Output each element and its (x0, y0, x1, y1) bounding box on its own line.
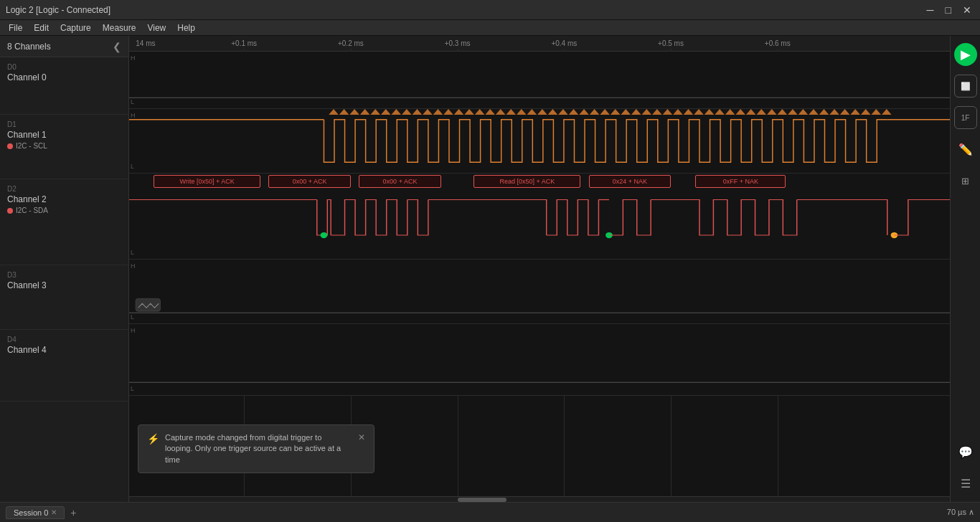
annotation-0x00-ack-1: 0x00 + ACK (268, 175, 350, 188)
svg-marker-32 (652, 109, 662, 115)
svg-marker-26 (590, 109, 600, 115)
session-tab-0[interactable]: Session 0 ✕ (6, 506, 65, 519)
collapse-sidebar-icon[interactable]: ❮ (113, 41, 121, 52)
svg-marker-6 (381, 109, 391, 115)
toast-icon: ⚡ (147, 433, 159, 445)
sidebar-header: 8 Channels ❮ (0, 36, 128, 57)
svg-marker-12 (443, 109, 453, 115)
svg-rect-59 (136, 298, 160, 311)
chat-button[interactable]: 💬 (954, 440, 977, 463)
channel-sidebar: 8 Channels ❮ D0 Channel 0 D1 Channel 1 I… (0, 36, 129, 502)
svg-marker-20 (527, 109, 537, 115)
waveform-row-d2: Write [0x50] + ACK 0x00 + ACK 0x00 + ACK… (129, 174, 950, 260)
channel-id-d3: D3 (7, 271, 121, 279)
channel-name-d0: Channel 0 (7, 72, 121, 82)
toast-text: Capture mode changed from digital trigge… (165, 432, 347, 465)
svg-marker-38 (715, 109, 725, 115)
menu-capture[interactable]: Capture (55, 22, 97, 34)
svg-marker-41 (746, 109, 756, 115)
app-title: Logic 2 [Logic - Connected] (6, 5, 110, 15)
svg-marker-46 (798, 109, 809, 115)
svg-marker-2 (339, 109, 349, 115)
svg-marker-49 (829, 109, 839, 115)
svg-marker-5 (370, 109, 380, 115)
svg-marker-36 (694, 109, 704, 115)
svg-marker-37 (705, 109, 715, 115)
channel-label-d2: D2 Channel 2 I2C - SDA (0, 179, 128, 220)
waveform-area[interactable]: 14 ms +0.1 ms +0.2 ms +0.3 ms +0.4 ms +0… (129, 36, 950, 502)
waveform-row-d3: H L (129, 260, 950, 324)
svg-marker-42 (756, 109, 766, 115)
channel-label-d0: D0 Channel 0 (0, 57, 128, 88)
add-session-tab-button[interactable]: + (67, 507, 79, 518)
svg-marker-19 (517, 109, 527, 115)
toast-close-button[interactable]: ✕ (358, 432, 365, 442)
time-mark-1: +0.1 ms (231, 39, 257, 47)
timeline-ruler: 14 ms +0.1 ms +0.2 ms +0.3 ms +0.4 ms +0… (129, 36, 950, 52)
svg-marker-45 (788, 109, 798, 115)
zoom-indicator[interactable]: 70 µs ∧ (947, 508, 974, 517)
channel-name-d1: Channel 1 (7, 130, 121, 140)
trigger-value-button[interactable]: 1F (954, 106, 977, 129)
menu-help[interactable]: Help (171, 22, 201, 34)
menu-file[interactable]: File (3, 22, 28, 34)
annotation-read-50: Read [0x50] + ACK (473, 175, 580, 188)
maximize-button[interactable]: □ (943, 4, 954, 16)
annotate-button[interactable]: ✏️ (954, 138, 977, 161)
svg-marker-27 (600, 109, 610, 115)
h-label-bot-d1: L (129, 163, 134, 170)
svg-marker-33 (663, 109, 673, 115)
annotation-0xff-nak: 0xFF + NAK (695, 175, 786, 188)
svg-marker-16 (485, 109, 495, 115)
menu-button[interactable]: ☰ (954, 472, 977, 495)
toast-notification: ⚡ Capture mode changed from digital trig… (138, 424, 374, 473)
time-mark-2: +0.2 ms (338, 39, 364, 47)
svg-marker-47 (809, 109, 819, 115)
channel-group-d2: D2 Channel 2 I2C - SDA (0, 179, 128, 265)
minimize-button[interactable]: ─ (924, 4, 937, 16)
i2c-scl-label: I2C - SCL (16, 142, 47, 150)
menu-view[interactable]: View (141, 22, 171, 34)
channel-id-d0: D0 (7, 63, 121, 71)
svg-marker-54 (882, 109, 892, 115)
channel-label-d4: D4 Channel 4 (0, 330, 128, 361)
channel-group-d0: D0 Channel 0 (0, 57, 128, 115)
svg-marker-24 (569, 109, 579, 115)
svg-marker-18 (506, 109, 516, 115)
horizontal-scrollbar[interactable] (129, 496, 950, 502)
grid-button[interactable]: ⊞ (954, 169, 977, 192)
time-mark-6: +0.6 ms (765, 39, 791, 47)
svg-marker-3 (349, 109, 359, 115)
trigger-button[interactable]: ⬜ (954, 75, 977, 98)
svg-marker-15 (475, 109, 485, 115)
channel-group-d1: D1 Channel 1 I2C - SCL (0, 115, 128, 179)
waveform-row-d0: H L (129, 52, 950, 109)
session-tab-close[interactable]: ✕ (51, 508, 57, 516)
scrollbar-thumb[interactable] (458, 498, 507, 502)
menu-edit[interactable]: Edit (28, 22, 55, 34)
session-tabs: Session 0 ✕ + (6, 506, 80, 519)
svg-marker-50 (840, 109, 850, 115)
svg-marker-10 (423, 109, 433, 115)
svg-marker-53 (871, 109, 881, 115)
close-button[interactable]: ✕ (960, 4, 974, 16)
svg-marker-21 (537, 109, 547, 115)
channel-group-d4: D4 Channel 4 (0, 330, 128, 402)
time-mark-5: +0.5 ms (658, 39, 684, 47)
h-label-bot-d0: L (129, 98, 134, 105)
h-label-bot-d4: L (129, 385, 134, 392)
svg-marker-1 (329, 109, 339, 115)
channel-name-d4: Channel 4 (7, 345, 121, 355)
svg-marker-43 (767, 109, 777, 115)
run-button[interactable]: ▶ (954, 43, 977, 66)
svg-marker-9 (413, 109, 423, 115)
svg-marker-22 (548, 109, 558, 115)
annotation-0x24-nak: 0x24 + NAK (589, 175, 671, 188)
svg-marker-51 (850, 109, 860, 115)
svg-marker-34 (673, 109, 683, 115)
i2c-scl-dot (7, 143, 13, 149)
svg-marker-11 (433, 109, 443, 115)
window-controls: ─ □ ✕ (924, 4, 974, 16)
menu-measure[interactable]: Measure (97, 22, 142, 34)
channel-name-d3: Channel 3 (7, 280, 121, 290)
